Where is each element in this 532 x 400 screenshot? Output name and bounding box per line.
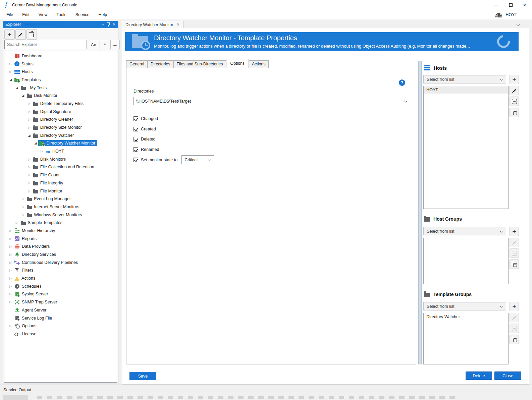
expander-collapsed-icon[interactable]: ▷ <box>8 292 13 296</box>
regex-button[interactable]: .* <box>100 40 109 49</box>
expander-collapsed-icon[interactable]: ▷ <box>26 110 32 113</box>
pin-icon[interactable] <box>107 22 110 26</box>
delete-button[interactable] <box>26 30 37 40</box>
delete-template-button[interactable]: Delete <box>466 372 492 380</box>
expander-collapsed-icon[interactable]: ▷ <box>8 300 13 304</box>
tree-item-license[interactable]: License <box>4 330 117 338</box>
template-groups-copy-button[interactable] <box>510 335 519 344</box>
checkbox-set-monitor-state-to[interactable] <box>134 158 138 162</box>
expander-collapsed-icon[interactable]: ▷ <box>8 269 13 272</box>
expander-collapsed-icon[interactable]: ▷ <box>26 165 32 169</box>
tree-item-schedules[interactable]: ▷Schedules <box>4 282 117 290</box>
vertical-splitter[interactable] <box>418 61 422 364</box>
monitor-state-dropdown[interactable]: Critical <box>181 155 214 164</box>
tree-item-windows-server-monitors[interactable]: ▷Windows Server Monitors <box>4 211 117 219</box>
checkbox-renamed[interactable] <box>134 147 138 152</box>
tree-item-data-providers[interactable]: ▷Data Providers <box>4 243 117 251</box>
tab-directory-watcher-monitor[interactable]: Directory Watcher Monitor ✕ <box>122 21 183 28</box>
template-groups-edit-button[interactable] <box>510 313 519 322</box>
minimize-button[interactable] <box>490 1 501 9</box>
tab-general[interactable]: General <box>126 60 148 68</box>
tree-item-options[interactable]: ▷Options <box>4 322 117 330</box>
expander-expanded-icon[interactable]: ◢ <box>26 134 32 137</box>
tree-item-internet-server-monitors[interactable]: ▷Internet Server Monitors <box>4 203 117 211</box>
tree-item-dashboard[interactable]: Dashboard <box>4 52 117 60</box>
host-groups-dropdown[interactable]: Select from list <box>423 227 506 235</box>
expander-collapsed-icon[interactable]: ▷ <box>26 173 32 177</box>
close-button[interactable]: Close <box>494 372 521 380</box>
tree-item-directory-services[interactable]: ▷Directory Services <box>4 250 117 259</box>
chevron-down-icon[interactable] <box>101 22 104 26</box>
expander-collapsed-icon[interactable]: ▷ <box>8 253 13 256</box>
hosts-list[interactable]: HOYT <box>423 86 509 209</box>
host-groups-copy-button[interactable] <box>510 260 519 269</box>
expander-collapsed-icon[interactable]: ▷ <box>26 189 32 193</box>
tree-item-monitor-hierarchy[interactable]: ▷Monitor Hierarchy <box>4 227 117 235</box>
expander-collapsed-icon[interactable]: ▷ <box>26 126 32 129</box>
tree-item-snmp-trap-server[interactable]: ▷SNMP Trap Server <box>4 298 117 306</box>
tree-item-directory-watcher-monitor[interactable]: ◢Directory Watcher Monitor <box>4 139 117 148</box>
expander-collapsed-icon[interactable]: ▷ <box>8 237 13 240</box>
hosts-remove-button[interactable] <box>510 97 519 106</box>
hosts-copy-button[interactable] <box>510 108 519 117</box>
hosts-add-button[interactable]: + <box>510 75 519 84</box>
menu-tools[interactable]: Tools <box>52 10 71 19</box>
tree-item-agent-server[interactable]: Agent Server <box>4 306 117 314</box>
tree-item-disk-monitors[interactable]: ▷Disk Monitors <box>4 155 117 163</box>
expander-collapsed-icon[interactable]: ▷ <box>8 245 13 248</box>
tab-actions[interactable]: Actions <box>249 60 269 68</box>
checkbox-created[interactable] <box>134 127 138 131</box>
tree-item-actions[interactable]: ▷Actions <box>4 274 117 282</box>
expander-expanded-icon[interactable]: ◢ <box>33 141 38 145</box>
add-button[interactable]: + <box>4 30 15 40</box>
expander-collapsed-icon[interactable]: ▷ <box>20 197 26 201</box>
tree-item-directory-watcher[interactable]: ◢Directory Watcher <box>4 131 117 139</box>
tree-item-disk-monitor[interactable]: ◢Disk Monitor <box>4 92 117 100</box>
template-groups-remove-button[interactable] <box>510 324 519 333</box>
tree-item-hosts[interactable]: ▷Hosts <box>4 68 117 76</box>
tree-item-file-count[interactable]: ▷File Count <box>4 171 117 179</box>
host-groups-add-button[interactable]: + <box>510 227 519 236</box>
tab-close-icon[interactable]: ✕ <box>176 22 179 27</box>
tab-list-chevron-icon[interactable] <box>517 23 520 26</box>
menu-file[interactable]: File <box>2 10 18 19</box>
search-input[interactable] <box>4 40 87 49</box>
match-case-button[interactable]: Aa <box>89 40 98 49</box>
expander-collapsed-icon[interactable]: ▷ <box>39 150 45 153</box>
tree-item-templates[interactable]: ◢Templates <box>4 76 117 84</box>
tree-item-hoyt[interactable]: ▷HOYT <box>4 147 117 155</box>
host-groups-edit-button[interactable] <box>510 238 519 247</box>
save-button[interactable]: Save <box>129 372 156 380</box>
tree-item-digital-signature[interactable]: ▷Digital Signature <box>4 108 117 116</box>
close-window-button[interactable]: ✕ <box>519 1 530 9</box>
tree-item-directory-size-monitor[interactable]: ▷Directory Size Monitor <box>4 123 117 131</box>
tree-item-reports[interactable]: ▷Reports <box>4 235 117 243</box>
hosts-edit-button[interactable] <box>510 86 519 95</box>
menu-help[interactable]: Help <box>94 10 112 19</box>
tree-item-continuous-delivery-pipelines[interactable]: ▷Continuous Delivery Pipelines <box>4 259 117 267</box>
template-groups-list[interactable]: Directory Watcher <box>423 313 509 364</box>
tree-item-delete-temporary-files[interactable]: ▷Delete Temporary Files <box>4 100 117 108</box>
tree-item-directory-cleaner[interactable]: ▷Directory Cleaner <box>4 116 117 124</box>
checkbox-changed[interactable] <box>134 116 138 121</box>
tree-item-filters[interactable]: ▷Filters <box>4 267 117 275</box>
expander-collapsed-icon[interactable]: ▷ <box>8 277 13 280</box>
tree-item-file-integrity[interactable]: ▷File Integrity <box>4 179 117 187</box>
expander-collapsed-icon[interactable]: ▷ <box>8 285 13 288</box>
maximize-button[interactable] <box>506 1 516 9</box>
tree-item-service-log-file[interactable]: Service Log File <box>4 314 117 322</box>
expander-collapsed-icon[interactable]: ▷ <box>26 102 32 105</box>
host-groups-remove-button[interactable] <box>510 248 519 258</box>
expander-collapsed-icon[interactable]: ▷ <box>20 205 26 209</box>
tree-item-event-log-manager[interactable]: ▷Event Log Manager <box>4 195 117 203</box>
tree-item-file-collection-and-retention[interactable]: ▷File Collection and Retention <box>4 163 117 171</box>
directories-dropdown[interactable]: \\HOSTNAME\D$\Test\Target <box>133 97 410 105</box>
tab-files-and-sub-directories[interactable]: Files and Sub-Directories <box>173 60 226 68</box>
tree-item-status[interactable]: ▷Status <box>4 60 117 68</box>
tree-item-syslog-server[interactable]: ▷Syslog Server <box>4 290 117 298</box>
checkbox-deleted[interactable] <box>134 137 138 141</box>
menu-edit[interactable]: Edit <box>18 10 34 19</box>
search-go-button[interactable]: → <box>110 40 120 49</box>
template-groups-dropdown[interactable]: Select from list <box>423 302 506 310</box>
expander-collapsed-icon[interactable]: ▷ <box>8 324 13 328</box>
